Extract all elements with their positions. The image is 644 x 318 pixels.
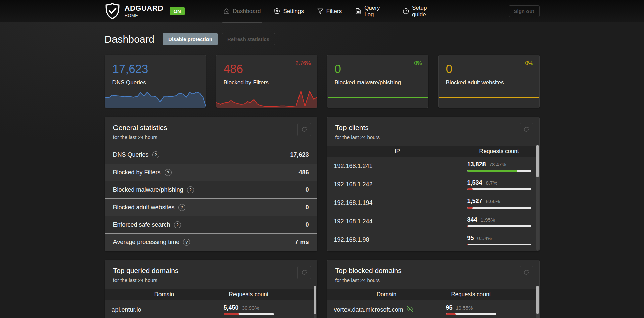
adult-flatline (439, 97, 539, 98)
home-icon (223, 8, 230, 14)
blocked-filters-link[interactable]: Blocked by Filters (224, 79, 269, 86)
stat-row-label: Enforced safe search (113, 221, 170, 228)
stat-card-blocked-adult: 0 Blocked adult websites 0% (438, 55, 540, 108)
requests-count: 1,527 (467, 198, 482, 205)
refresh-panel-button[interactable] (297, 123, 311, 136)
stat-row-label: Blocked by Filters (113, 169, 161, 176)
help-circle-icon[interactable] (165, 169, 172, 176)
stat-label: Blocked adult websites (446, 79, 504, 86)
scrollbar-track (314, 286, 316, 318)
nav-item[interactable]: Query Log (355, 0, 389, 22)
stat-row: Blocked by Filters 486 (105, 164, 317, 181)
shield-check-icon (105, 3, 120, 20)
table-row: api.entur.io 5,450 30.93% (105, 300, 317, 318)
help-circle-icon[interactable] (183, 239, 190, 246)
brand-sub: HOME (125, 13, 164, 18)
nav-item[interactable]: Dashboard (223, 0, 261, 22)
requests-percent: 8.66% (486, 198, 500, 204)
panel-subtitle: for the last 24 hours (113, 277, 309, 283)
refresh-statistics-button[interactable]: Refresh statistics (222, 33, 275, 45)
stat-row-value: 0 (305, 204, 309, 211)
table-row: 192.168.1.242 1,534 8.7% (327, 175, 539, 194)
progress-bar (467, 225, 531, 227)
nav-item[interactable]: Settings (274, 0, 304, 22)
general-statistics-rows: DNS Queries 17,623 Blocked by Filters 48… (105, 146, 317, 251)
stat-row: Blocked adult websites 0 (105, 198, 317, 216)
table-row: 192.168.1.244 344 1.95% (327, 212, 539, 231)
panel-title: Top clients (335, 124, 531, 132)
panel-subtitle: for the last 24 hours (113, 134, 309, 140)
domain-link[interactable]: api.entur.io (112, 306, 224, 313)
top-clients-rows: 192.168.1.241 13,828 78.47% 192.168.1.24… (327, 157, 539, 249)
stat-cards-row: 17,623 DNS Queries 486 Blocked by Filter… (105, 55, 540, 108)
help-circle-icon[interactable] (178, 204, 185, 211)
refresh-icon (302, 270, 307, 276)
stat-value: 17,623 (112, 62, 206, 76)
top-clients-panel: Top clients for the last 24 hours IP Req… (327, 117, 540, 251)
eye-off-icon (407, 306, 413, 314)
domain-link[interactable]: vortex.data.microsoft.com (334, 306, 446, 314)
stat-card-blocked-filters: 486 Blocked by Filters 2.76% (216, 55, 317, 108)
scrollbar-thumb[interactable] (536, 286, 539, 314)
scrollbar-thumb[interactable] (536, 145, 539, 177)
panel-title: Top blocked domains (335, 267, 531, 275)
nav-item[interactable]: Setup guide (403, 0, 441, 22)
refresh-panel-button[interactable] (297, 266, 311, 279)
column-header-requests: Requests count (224, 291, 274, 298)
stat-row: Average processing time 7 ms (105, 233, 317, 251)
general-statistics-panel: General statistics for the last 24 hours… (105, 117, 317, 251)
refresh-panel-button[interactable] (520, 266, 533, 279)
panel-subtitle: for the last 24 hours (335, 134, 531, 140)
requests-count: 5,450 (224, 304, 239, 311)
stat-label: DNS Queries (112, 79, 146, 86)
progress-bar (467, 207, 531, 209)
stat-percent: 2.76% (295, 60, 311, 66)
help-circle-icon[interactable] (152, 151, 159, 158)
stat-row: Blocked malware/phishing 0 (105, 181, 317, 198)
client-ip-link[interactable]: 192.168.1.242 (334, 181, 467, 188)
client-ip-link[interactable]: 192.168.1.244 (334, 218, 467, 225)
table-row: 192.168.1.241 13,828 78.47% (327, 157, 539, 175)
page-title: Dashboard (105, 34, 155, 45)
top-navbar: ADGUARD HOME ON Dashboard Settings Filte… (0, 0, 644, 22)
panel-title: General statistics (113, 124, 309, 132)
stat-percent: 0% (414, 60, 422, 66)
requests-percent: 19.55% (456, 305, 473, 311)
requests-count: 344 (467, 216, 477, 223)
adguard-logo[interactable]: ADGUARD HOME (105, 3, 164, 20)
main-nav: Dashboard Settings Filters Query Log Set… (223, 0, 441, 22)
help-circle-icon[interactable] (174, 221, 181, 228)
stat-card-blocked-malware: 0 Blocked malware/phishing 0% (327, 55, 428, 108)
document-icon (355, 8, 361, 14)
stat-row-value: 0 (305, 186, 309, 193)
client-ip-link[interactable]: 192.168.1.98 (334, 236, 467, 243)
progress-bar (467, 188, 531, 190)
disable-protection-button[interactable]: Disable protection (163, 33, 218, 45)
table-row: 192.168.1.194 1,527 8.66% (327, 194, 539, 212)
table-header: Domain Requests count (327, 289, 539, 300)
top-blocked-rows: vortex.data.microsoft.com 95 19.55% (327, 300, 539, 318)
scrollbar-thumb[interactable] (314, 286, 316, 314)
stat-row-value: 0 (305, 221, 309, 228)
table-header: IP Requests count (327, 146, 539, 157)
nav-item[interactable]: Filters (317, 0, 342, 22)
progress-bar (467, 244, 531, 245)
panel-subtitle: for the last 24 hours (335, 277, 531, 283)
requests-percent: 78.47% (489, 162, 506, 167)
refresh-panel-button[interactable] (520, 123, 533, 136)
stat-row: DNS Queries 17,623 (105, 146, 317, 164)
stat-row-value: 7 ms (295, 239, 309, 246)
malware-flatline (328, 97, 428, 98)
column-header-ip: IP (327, 148, 467, 155)
stat-label: Blocked malware/phishing (335, 79, 401, 86)
stat-card-dns-queries: 17,623 DNS Queries (105, 55, 206, 108)
table-header: Domain Requests count (105, 289, 317, 300)
help-circle-icon[interactable] (187, 186, 194, 193)
scrollbar-track (536, 145, 539, 251)
client-ip-link[interactable]: 192.168.1.241 (334, 163, 467, 170)
top-queried-rows: api.entur.io 5,450 30.93% (105, 300, 317, 318)
progress-bar (446, 313, 496, 315)
refresh-icon (302, 127, 307, 133)
client-ip-link[interactable]: 192.168.1.194 (334, 199, 467, 207)
sign-out-button[interactable]: Sign out (509, 5, 540, 17)
